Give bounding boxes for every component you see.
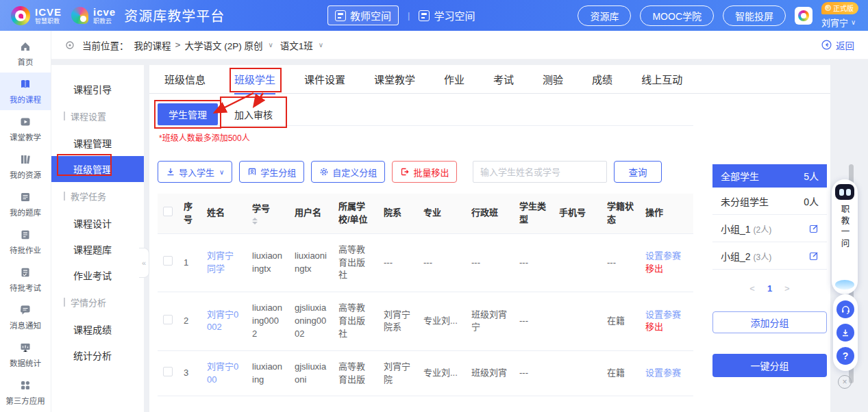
menu-item-course-question-bank[interactable]: 课程题库 [51,236,144,262]
table-row: 1 刘宵宁同学 liuxiaoningtx liuxiaoningtx 高等教育… [158,233,693,292]
auto-group-button[interactable]: 一键分组 [712,354,827,377]
sidebar-item-message-notifications[interactable]: 消息通知 [0,298,51,336]
avatar[interactable] [795,7,813,25]
sidebar-item-data-statistics[interactable]: 数据统计 [0,336,51,374]
breadcrumb-my-courses[interactable]: 我的课程 [134,38,171,52]
sidebar-item-pending-exams[interactable]: 待批考试 [0,261,51,298]
menu-item-course-design[interactable]: 课程设计 [51,210,144,236]
menu-item-course-guide[interactable]: 课程引导 [51,76,144,102]
table-row: 3 刘宵宁000 liuxiaoning gjsliuxiaoni 高等教育出版… [158,350,693,396]
breadcrumb-class-select[interactable]: 语文1班 [280,38,313,52]
learning-space-icon [419,10,430,21]
tab-courseware-settings[interactable]: 课件设置 [304,65,345,94]
add-group-button[interactable]: 添加分组 [712,311,827,333]
custom-grouping-button[interactable]: 自定义分组 [311,161,385,183]
left-sidebar: 首页 我的课程 课堂教学 我的资源 我的题库 待批作业 待批考试 消息通知 [0,31,51,412]
student-name-link[interactable]: 刘宵宁同学 [201,233,247,292]
class-tabs: 班级信息 班级学生 课件设置 课堂教学 作业 考试 测验 成绩 线上互动 [149,65,830,94]
next-page-icon[interactable]: > [784,283,790,294]
group-row[interactable]: 小组_1(2人) [712,215,827,242]
class-dropdown-icon[interactable]: ∨ [319,41,323,49]
sidebar-item-my-resources[interactable]: 我的资源 [0,148,51,185]
menu-item-homework-exam[interactable]: 作业考试 [51,262,144,288]
assistant-label: 职教一问 [839,205,852,250]
tab-exam[interactable]: 考试 [493,65,514,94]
sidebar-item-my-courses[interactable]: 我的课程 [0,73,51,110]
set-contest-link[interactable]: 设置参赛 [645,250,688,263]
nav-divider: | [408,10,410,21]
sidebar-item-my-question-bank[interactable]: 我的题库 [0,185,51,223]
groups-panel: 全部学生 5人 未分组学生 0人 小组_1(2人) 小组_2(3人) < 1 > [712,164,827,377]
all-students-row[interactable]: 全部学生 5人 [712,164,827,188]
tab-online-interaction[interactable]: 线上互动 [641,65,682,94]
ungrouped-students-row[interactable]: 未分组学生 0人 [712,188,827,215]
logo-secondary-subtitle: 职教云 [93,18,116,25]
prev-page-icon[interactable]: < [749,283,755,294]
menu-item-class-management[interactable]: 班级管理 [51,156,144,182]
user-menu[interactable]: 正式版 刘宵宁 ∨ [821,2,858,29]
customer-service-icon[interactable] [836,300,854,318]
menu-item-course-grades[interactable]: 课程成绩 [51,316,144,342]
assistant-widget[interactable]: 职教一问 [832,179,858,294]
all-students-count: 5人 [804,169,819,183]
student-name-link[interactable]: 刘宵宁000 [201,350,247,396]
resource-library-button[interactable]: 资源库 [578,5,631,26]
tab-class-students[interactable]: 班级学生 [234,65,275,94]
sort-control[interactable] [252,218,258,224]
student-grouping-button[interactable]: 学生分组 [239,161,304,183]
tab-class-info[interactable]: 班级信息 [164,65,206,94]
set-contest-link[interactable]: 设置参赛 [645,367,688,380]
tab-grades[interactable]: 成绩 [592,65,612,94]
current-page[interactable]: 1 [767,283,772,294]
app-window: ICVE 智慧职教 icve 职教云 资源库教学平台 教师空间 | 学习空间 资… [0,0,868,412]
mooc-college-button[interactable]: MOOC学院 [640,5,714,26]
import-students-button[interactable]: 导入学生 ∨ [158,161,232,183]
student-name-link[interactable]: 刘宵宁0002 [201,292,247,351]
tab-quiz[interactable]: 测验 [543,65,563,94]
tab-homework[interactable]: 作业 [444,65,464,94]
col-index: 序号 [178,194,201,233]
col-student-type: 学生类型 [514,194,554,233]
tab-classroom-teaching[interactable]: 课堂教学 [374,65,415,94]
group-row[interactable]: 小组_2(3人) [712,242,827,270]
table-row: 2 刘宵宁0002 liuxiaoning0002 gjsliuxiaoning… [158,292,693,351]
statistics-icon [19,342,32,354]
student-search-input[interactable] [473,161,607,183]
close-float-icon[interactable]: × [838,375,852,389]
avatar-logo-icon [798,10,809,21]
course-dropdown-icon[interactable]: ∨ [268,41,273,49]
nav-learning-space[interactable]: 学习空间 [419,8,475,23]
breadcrumb-course-select[interactable]: 大学语文 (2P) 原创 [184,38,262,52]
icve-logo-icon [11,6,30,25]
sidebar-item-pending-homework[interactable]: 待批作业 [0,223,51,261]
gear-icon [319,167,329,177]
floating-toolbar: ? [833,294,858,371]
select-all-checkbox[interactable] [163,207,173,216]
download-icon[interactable] [836,324,854,342]
sidebar-collapse-handle[interactable]: « [139,248,149,278]
help-icon[interactable]: ? [836,347,854,365]
edit-group-icon[interactable] [809,224,819,233]
smart-cast-button[interactable]: 智能投屏 [723,5,786,26]
search-button[interactable]: 查询 [614,161,662,183]
main-panel: 班级信息 班级学生 课件设置 课堂教学 作业 考试 测验 成绩 线上互动 学生管… [149,65,830,412]
set-contest-link[interactable]: 设置参赛 [645,309,688,322]
row-checkbox[interactable] [163,256,173,266]
remove-student-link[interactable]: 移出 [645,263,688,276]
sidebar-item-classroom-teaching[interactable]: 课堂教学 [0,110,51,148]
sidebar-item-home[interactable]: 首页 [0,35,51,73]
logo-primary-title: ICVE [35,7,62,17]
row-checkbox[interactable] [163,315,173,324]
edit-group-icon[interactable] [809,251,819,261]
subtab-join-audit[interactable]: 加入审核 [223,103,284,125]
nav-teacher-space[interactable]: 教师空间 [327,5,399,25]
remove-student-link[interactable]: 移出 [645,321,688,334]
table-header-row: 序号 姓名 学号 用户名 所属学校/单位 院系 专业 行政班 学生类型 手机号 … [158,194,693,233]
sidebar-item-third-party-apps[interactable]: 第三方应用 [0,374,51,411]
back-button[interactable]: 返回 [821,38,854,52]
batch-remove-button[interactable]: 批量移出 [392,161,457,183]
row-checkbox[interactable] [163,367,173,376]
menu-item-statistical-analysis[interactable]: 统计分析 [51,342,144,368]
subtab-student-management[interactable]: 学生管理 [158,103,218,125]
menu-item-course-management[interactable]: 课程管理 [51,130,144,156]
